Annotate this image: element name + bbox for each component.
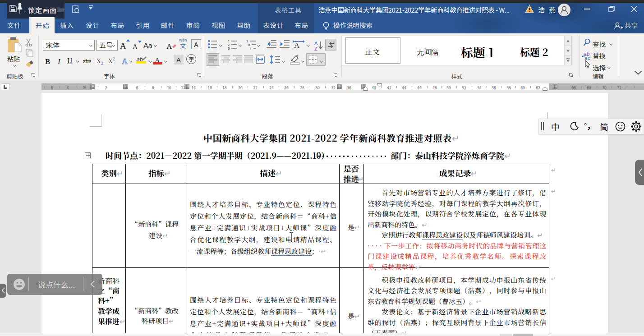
svg-text:Z: Z [314, 46, 317, 51]
svg-text:A: A [294, 41, 300, 50]
svg-text:3: 3 [228, 46, 230, 50]
svg-text:A: A [314, 41, 318, 46]
svg-text:i: i [250, 46, 251, 50]
